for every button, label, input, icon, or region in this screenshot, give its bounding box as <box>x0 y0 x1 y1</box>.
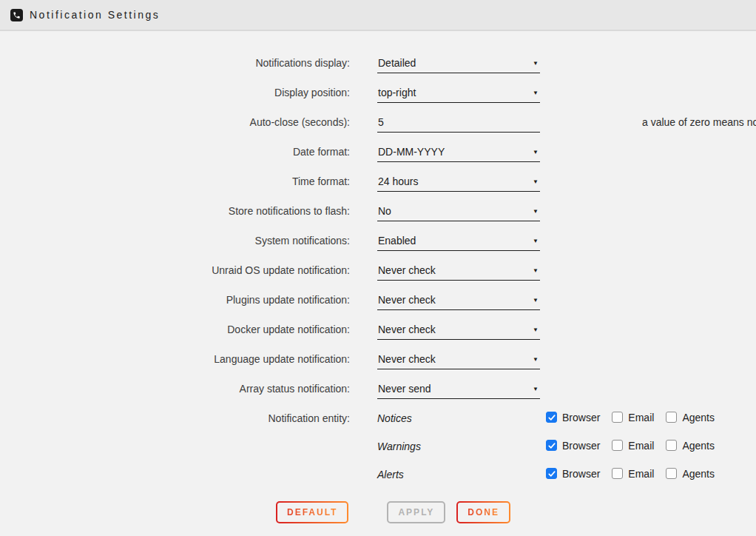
unraid-os-update-label: Unraid OS update notification: <box>0 259 350 276</box>
form-row-time-format: Time format: 24 hours▼ <box>0 170 756 200</box>
plugins-update-select[interactable]: Never check▼ <box>377 289 540 310</box>
entity-warnings-label: Warnings <box>377 435 546 452</box>
notification-entity-label: Notification entity: <box>0 407 350 424</box>
form-row-store-to-flash: Store notifications to flash: No▼ <box>0 200 756 230</box>
form-row-entity-alerts: Alerts Browser Email Agents <box>0 463 756 492</box>
notices-browser-checkbox[interactable] <box>546 412 557 423</box>
chevron-down-icon: ▼ <box>533 267 539 274</box>
form-row-date-format: Date format: DD-MM-YYYY▼ <box>0 141 756 170</box>
warnings-browser-checkbox[interactable] <box>546 440 557 451</box>
form-row-auto-close: Auto-close (seconds): a value of zero me… <box>0 111 756 141</box>
entity-notices-label: Notices <box>377 407 546 424</box>
date-format-select[interactable]: DD-MM-YYYY▼ <box>377 141 540 162</box>
notices-agents-label: Agents <box>682 412 715 423</box>
chevron-down-icon: ▼ <box>533 149 539 155</box>
time-format-label: Time format: <box>0 170 350 187</box>
system-notifications-select[interactable]: Enabled▼ <box>377 230 540 251</box>
form-row-notifications-display: Notifications display: Detailed▼ <box>0 52 756 81</box>
alerts-browser-checkbox[interactable] <box>546 468 557 479</box>
alerts-agents-label: Agents <box>682 468 715 480</box>
chevron-down-icon: ▼ <box>533 386 539 392</box>
chevron-down-icon: ▼ <box>533 326 539 333</box>
form-row-unraid-os-update: Unraid OS update notification: Never che… <box>0 259 756 289</box>
chevron-down-icon: ▼ <box>533 60 539 67</box>
unraid-os-update-select[interactable]: Never check▼ <box>377 259 540 281</box>
form-buttons: DEFAULT APPLY DONE <box>276 501 756 523</box>
chevron-down-icon: ▼ <box>533 90 539 96</box>
form-row-entity-warnings: Warnings Browser Email Agents <box>0 435 756 463</box>
form-row-plugins-update: Plugins update notification: Never check… <box>0 289 756 318</box>
notices-agents-checkbox[interactable] <box>666 412 677 423</box>
form-row-docker-update: Docker update notification: Never check▼ <box>0 318 756 348</box>
auto-close-label: Auto-close (seconds): <box>0 111 350 128</box>
system-notifications-label: System notifications: <box>0 230 350 247</box>
chevron-down-icon: ▼ <box>533 178 539 185</box>
store-to-flash-select[interactable]: No▼ <box>377 200 540 221</box>
auto-close-note: a value of zero means no automatic closu… <box>642 111 756 128</box>
notices-email-checkbox[interactable] <box>612 412 623 423</box>
alerts-agents-checkbox[interactable] <box>666 468 677 479</box>
alerts-email-checkbox[interactable] <box>612 468 623 479</box>
display-position-select[interactable]: top-right▼ <box>377 81 540 103</box>
time-format-select[interactable]: 24 hours▼ <box>377 170 540 192</box>
language-update-label: Language update notification: <box>0 348 350 365</box>
array-status-select[interactable]: Never send▼ <box>377 378 540 399</box>
notices-browser-label: Browser <box>562 412 600 423</box>
form-row-language-update: Language update notification: Never chec… <box>0 348 756 378</box>
chevron-down-icon: ▼ <box>533 238 539 244</box>
chevron-down-icon: ▼ <box>533 208 539 215</box>
form-row-array-status: Array status notification: Never send▼ <box>0 378 756 407</box>
done-button[interactable]: DONE <box>456 501 510 523</box>
date-format-label: Date format: <box>0 141 350 158</box>
page-title: Notification Settings <box>30 9 160 21</box>
store-to-flash-label: Store notifications to flash: <box>0 200 350 217</box>
alerts-email-label: Email <box>628 468 654 480</box>
array-status-label: Array status notification: <box>0 378 350 395</box>
warnings-browser-label: Browser <box>562 440 600 452</box>
warnings-email-label: Email <box>628 440 654 452</box>
notifications-display-label: Notifications display: <box>0 52 350 69</box>
apply-button[interactable]: APPLY <box>387 501 445 523</box>
entity-alerts-label: Alerts <box>377 463 546 480</box>
notices-email-label: Email <box>628 412 654 423</box>
chevron-down-icon: ▼ <box>533 297 539 304</box>
docker-update-select[interactable]: Never check▼ <box>377 318 540 340</box>
notifications-display-select[interactable]: Detailed▼ <box>377 52 540 73</box>
language-update-select[interactable]: Never check▼ <box>377 348 540 369</box>
default-button[interactable]: DEFAULT <box>276 501 348 523</box>
alerts-browser-label: Browser <box>562 468 600 480</box>
chevron-down-icon: ▼ <box>533 356 539 363</box>
page-header: Notification Settings <box>0 0 756 31</box>
plugins-update-label: Plugins update notification: <box>0 289 350 306</box>
display-position-label: Display position: <box>0 81 350 98</box>
form-row-display-position: Display position: top-right▼ <box>0 81 756 111</box>
warnings-agents-label: Agents <box>682 440 715 452</box>
phone-square-icon <box>10 9 23 21</box>
warnings-email-checkbox[interactable] <box>612 440 623 451</box>
docker-update-label: Docker update notification: <box>0 318 350 335</box>
warnings-agents-checkbox[interactable] <box>666 440 677 451</box>
auto-close-input[interactable] <box>377 111 540 133</box>
form-row-entity-notices: Notification entity: Notices Browser Ema… <box>0 407 756 435</box>
notification-settings-form: Notifications display: Detailed▼ Display… <box>0 31 756 523</box>
form-row-system-notifications: System notifications: Enabled▼ <box>0 230 756 259</box>
